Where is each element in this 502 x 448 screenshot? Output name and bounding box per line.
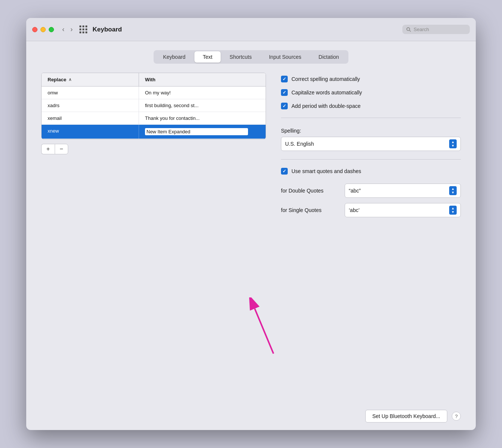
spelling-section: Spelling: U.S. English ▲ ▼ <box>281 126 461 151</box>
bottom-bar: Set Up Bluetooth Keyboard... ? <box>26 404 476 430</box>
capitalize-words-checkbox-item[interactable]: ✓ Capitalize words automatically <box>281 89 461 96</box>
right-panel: ✓ Correct spelling automatically ✓ Capit… <box>281 73 461 395</box>
spelling-value: U.S. English <box>285 141 314 147</box>
svg-line-3 <box>255 309 273 354</box>
spelling-select[interactable]: U.S. English ▲ ▼ <box>281 137 461 151</box>
apps-grid-icon[interactable] <box>79 25 87 33</box>
left-panel: Replace ∧ With omw <box>41 73 266 154</box>
table-row-selected[interactable]: xnew <box>42 125 266 139</box>
replace-cell: xemail <box>42 112 139 124</box>
spelling-stepper[interactable]: ▲ ▼ <box>449 139 457 148</box>
capitalize-words-checkbox[interactable]: ✓ <box>281 89 288 96</box>
with-cell: On my way! <box>139 87 266 99</box>
column-with-header: With <box>139 73 266 86</box>
with-cell: Thank you for contactin... <box>139 112 266 124</box>
correct-spelling-label: Correct spelling automatically <box>291 76 360 82</box>
add-period-checkbox[interactable]: ✓ <box>281 103 288 109</box>
tab-shortcuts[interactable]: Shortcuts <box>221 51 260 63</box>
add-period-checkbox-item[interactable]: ✓ Add period with double-space <box>281 103 461 109</box>
tabs: Keyboard Text Shortcuts Input Sources Di… <box>41 50 461 64</box>
single-quotes-select[interactable]: ‘abc’ ▲ ▼ <box>345 203 461 217</box>
double-quotes-select[interactable]: “abc” ▲ ▼ <box>345 184 461 198</box>
single-quotes-label: for Single Quotes <box>281 207 341 213</box>
stepper-down-icon: ▼ <box>451 191 455 194</box>
with-cell: first building, second st... <box>139 99 266 112</box>
double-quotes-stepper[interactable]: ▲ ▼ <box>449 186 457 195</box>
tab-input-sources[interactable]: Input Sources <box>261 51 309 63</box>
close-button[interactable] <box>32 27 37 32</box>
double-quotes-row: for Double Quotes “abc” ▲ ▼ <box>281 184 461 198</box>
setup-bluetooth-button[interactable]: Set Up Bluetooth Keyboard... <box>365 410 447 423</box>
tab-bar: Keyboard Text Shortcuts Input Sources Di… <box>154 50 348 64</box>
add-period-label: Add period with double-space <box>291 103 360 109</box>
stepper-down-icon: ▼ <box>451 144 455 148</box>
spelling-row: Spelling: <box>281 128 461 134</box>
search-input[interactable] <box>414 27 466 32</box>
table-row[interactable]: omw On my way! <box>42 87 266 99</box>
table-body: omw On my way! xadrs first building, sec… <box>42 87 266 139</box>
content-area: Keyboard Text Shortcuts Input Sources Di… <box>26 41 476 404</box>
tab-dictation[interactable]: Dictation <box>310 51 347 63</box>
smart-quotes-label: Use smart quotes and dashes <box>291 168 361 174</box>
column-replace-header: Replace ∧ <box>42 73 139 86</box>
smart-quotes-checkbox[interactable]: ✓ <box>281 168 288 175</box>
forward-button[interactable]: › <box>68 24 75 35</box>
help-button[interactable]: ? <box>452 412 461 421</box>
stepper-up-icon: ▲ <box>451 140 455 144</box>
divider <box>281 118 461 118</box>
stepper-up-icon: ▲ <box>451 187 455 191</box>
capitalize-words-label: Capitalize words automatically <box>291 90 362 96</box>
maximize-button[interactable] <box>49 27 54 32</box>
single-quotes-value: ‘abc’ <box>349 207 360 213</box>
sort-arrow-icon: ∧ <box>69 77 72 82</box>
single-quotes-row: for Single Quotes ‘abc’ ▲ ▼ <box>281 203 461 217</box>
smart-quotes-section: for Double Quotes “abc” ▲ ▼ for Single Q… <box>281 184 461 217</box>
svg-point-0 <box>407 27 410 30</box>
single-quotes-stepper[interactable]: ▲ ▼ <box>449 206 457 215</box>
window-title: Keyboard <box>93 26 402 33</box>
with-editing-input[interactable] <box>145 128 248 135</box>
double-quotes-label: for Double Quotes <box>281 188 341 194</box>
table-header: Replace ∧ With <box>42 73 266 87</box>
replace-cell-selected: xnew <box>42 125 139 139</box>
main-panel: Replace ∧ With omw <box>41 73 461 395</box>
correct-spelling-checkbox[interactable]: ✓ <box>281 76 288 82</box>
table-row[interactable]: xemail Thank you for contactin... <box>42 112 266 125</box>
divider-2 <box>281 159 461 160</box>
titlebar: ‹ › Keyboard <box>26 18 476 41</box>
search-box[interactable] <box>402 25 470 34</box>
minimize-button[interactable] <box>40 27 46 32</box>
with-label: With <box>145 77 155 82</box>
smart-quotes-checkbox-item[interactable]: ✓ Use smart quotes and dashes <box>281 168 461 175</box>
replace-cell: omw <box>42 87 139 99</box>
remove-replacement-button[interactable]: − <box>55 144 68 154</box>
add-replacement-button[interactable]: + <box>41 144 55 154</box>
search-icon <box>406 27 411 32</box>
with-cell-selected[interactable] <box>139 125 266 139</box>
back-button[interactable]: ‹ <box>60 24 67 35</box>
stepper-up-icon: ▲ <box>451 207 455 210</box>
replace-cell: xadrs <box>42 99 139 112</box>
text-replacement-table: Replace ∧ With omw <box>41 73 266 139</box>
nav-buttons: ‹ › <box>60 24 75 35</box>
replace-label: Replace <box>48 77 66 82</box>
svg-line-1 <box>409 30 411 31</box>
correct-spelling-checkbox-item[interactable]: ✓ Correct spelling automatically <box>281 76 461 82</box>
traffic-lights <box>32 27 54 32</box>
table-buttons: + − <box>41 144 266 154</box>
table-row[interactable]: xadrs first building, second st... <box>42 99 266 112</box>
stepper-down-icon: ▼ <box>451 211 455 214</box>
spelling-label: Spelling: <box>281 128 301 134</box>
tab-keyboard[interactable]: Keyboard <box>155 51 194 63</box>
keyboard-preferences-window: ‹ › Keyboard Keyboard Text Shortcuts Inp… <box>26 18 476 430</box>
double-quotes-value: “abc” <box>349 188 361 194</box>
tab-text[interactable]: Text <box>194 51 221 63</box>
